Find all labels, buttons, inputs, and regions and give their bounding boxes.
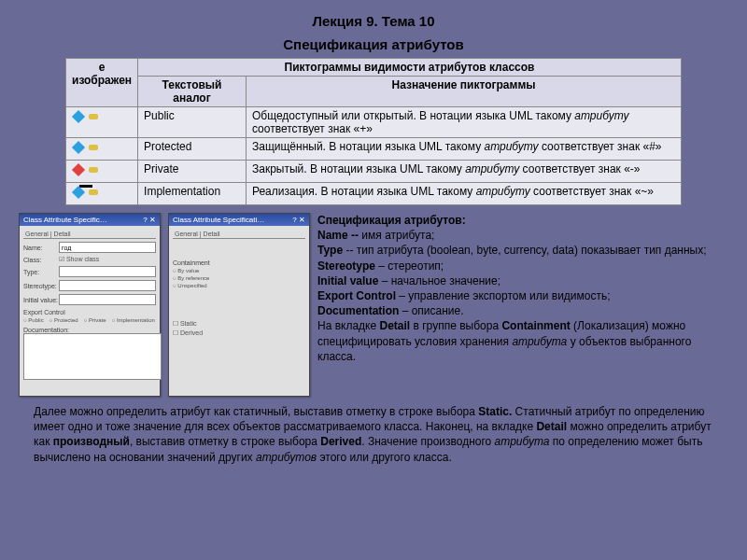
table-row: Protected Защищённый. В нотации языка UM… — [66, 138, 682, 161]
show-class-checkbox[interactable]: ☑ Show class — [59, 256, 99, 263]
dialog-title: Class Attribute Specificati… — [173, 216, 264, 224]
table-main-header: Пиктограммы видимости атрибутов классов — [138, 59, 682, 77]
stereotype-label: Stereotype: — [23, 283, 59, 289]
lecture-subtitle: Спецификация атрибутов — [0, 36, 747, 52]
table-row: Public Общедоступный или открытый. В нот… — [66, 107, 682, 138]
documentation-label: Documentation: — [23, 327, 156, 333]
visibility-table: е изображен Пиктограммы видимости атрибу… — [65, 58, 682, 205]
vis-text: Private — [138, 161, 247, 183]
vis-text: Protected — [138, 138, 247, 161]
export-control-label: Export Control — [23, 309, 156, 315]
class-label: Class: — [23, 257, 59, 263]
table-row: Implementation Реализация. В нотации язы… — [66, 183, 682, 205]
derived-checkbox[interactable]: Derived — [173, 329, 305, 337]
attribute-spec-dialog-general: Class Attribute Specific… ? ✕ General | … — [19, 213, 161, 397]
col-image: е изображен — [66, 59, 138, 107]
vis-text: Public — [138, 107, 247, 138]
protected-icon — [72, 140, 100, 155]
initial-value-label: Initial value: — [23, 297, 59, 303]
bottom-paragraph: Далее можно определить атрибут как стати… — [0, 400, 747, 465]
close-icon[interactable]: ? ✕ — [292, 216, 305, 224]
spec-description: Спецификация атрибутов: Name -- имя атри… — [317, 213, 728, 397]
vis-text: Implementation — [138, 183, 247, 205]
type-field[interactable] — [59, 266, 156, 277]
type-label: Type: — [23, 269, 59, 275]
dialog-title: Class Attribute Specific… — [23, 216, 107, 224]
lecture-title: Лекция 9. Тема 10 — [0, 0, 747, 36]
initial-value-field[interactable] — [59, 294, 156, 305]
dialog-titlebar: Class Attribute Specific… ? ✕ — [20, 214, 160, 226]
documentation-field[interactable] — [23, 333, 162, 380]
containment-label: Containment — [173, 259, 305, 266]
dialog-tabs[interactable]: General | Detail — [173, 230, 305, 239]
dialog-titlebar: Class Attribute Specificati… ? ✕ — [169, 214, 309, 226]
export-control-radios[interactable]: PublicProtectedPrivateImplementation — [23, 317, 156, 323]
attribute-spec-dialog-detail: Class Attribute Specificati… ? ✕ General… — [168, 213, 310, 397]
containment-radios[interactable]: By value By reference Unspecified — [173, 268, 305, 288]
table-row: Private Закрытый. В нотации языка UML та… — [66, 161, 682, 183]
name-label: Name: — [23, 245, 59, 251]
col-text-analog: Текстовый аналог — [138, 77, 247, 107]
stereotype-field[interactable] — [59, 280, 156, 291]
col-purpose: Назначение пиктограммы — [246, 77, 681, 107]
static-checkbox[interactable]: Static — [173, 320, 305, 328]
name-field[interactable] — [59, 242, 156, 253]
private-icon — [72, 162, 100, 177]
close-icon[interactable]: ? ✕ — [143, 216, 156, 224]
implementation-icon — [72, 185, 100, 200]
public-icon — [72, 109, 100, 124]
dialog-tabs[interactable]: General | Detail — [23, 230, 156, 239]
